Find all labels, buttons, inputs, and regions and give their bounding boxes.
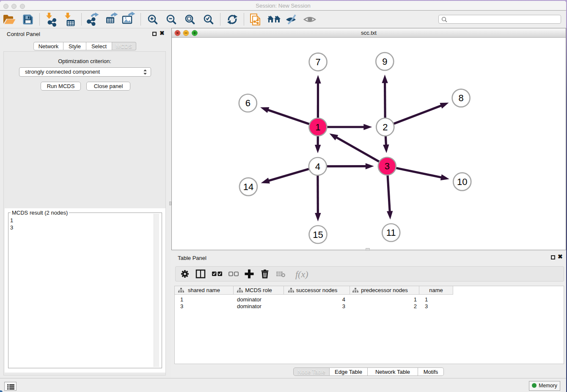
svg-text:3: 3 <box>385 161 390 171</box>
svg-text:2: 2 <box>383 122 388 133</box>
svg-text:f(x): f(x) <box>295 269 308 279</box>
svg-text:6: 6 <box>245 98 250 108</box>
svg-text:11: 11 <box>386 227 396 238</box>
svg-text:14: 14 <box>243 182 253 192</box>
svg-text:10: 10 <box>457 177 467 187</box>
svg-text:1: 1 <box>315 122 320 133</box>
svg-text:15: 15 <box>313 229 323 240</box>
svg-text:9: 9 <box>382 56 387 67</box>
svg-text:8: 8 <box>458 93 463 103</box>
svg-text:4: 4 <box>315 161 320 172</box>
svg-text:7: 7 <box>315 57 320 67</box>
